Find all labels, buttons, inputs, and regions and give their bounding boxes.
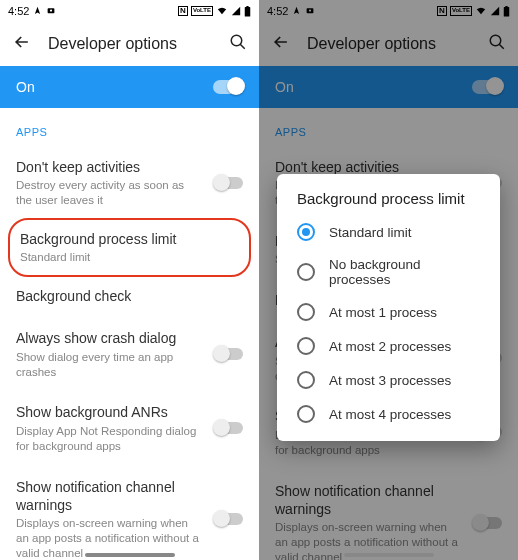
radio-label: At most 4 processes [329,407,451,422]
master-switch-label: On [16,79,35,95]
section-apps: APPS [0,108,259,146]
search-icon[interactable] [229,33,247,55]
svg-rect-3 [246,6,248,7]
toggle-on-icon[interactable] [213,80,243,94]
item-title: Show notification channel warnings [16,478,203,514]
page-title: Developer options [48,35,213,53]
item-always-show-crash[interactable]: Always show crash dialog Show dialog eve… [0,317,259,391]
item-subtitle: Destroy every activity as soon as the us… [16,178,203,208]
item-show-background-anrs[interactable]: Show background ANRs Display App Not Res… [0,391,259,465]
item-title: Background check [16,287,243,305]
highlight-ring: Background process limit Standard limit [8,218,251,277]
item-subtitle: Show dialog every time an app crashes [16,350,203,380]
wifi-icon [216,6,228,16]
radio-label: At most 1 process [329,305,437,320]
radio-label: At most 2 processes [329,339,451,354]
item-title: Always show crash dialog [16,329,203,347]
item-dont-keep-activities[interactable]: Don't keep activities Destroy every acti… [0,146,259,220]
volte-icon: VoLTE [191,6,213,15]
item-title: Don't keep activities [16,158,203,176]
radio-icon [297,303,315,321]
switch-off-icon[interactable] [215,348,243,360]
phone-left: 4:52 N VoLTE Developer options [0,0,259,560]
switch-off-icon[interactable] [215,513,243,525]
radio-standard-limit[interactable]: Standard limit [277,215,500,249]
battery-icon [244,6,251,17]
camera-icon [46,5,56,17]
item-subtitle: Standard limit [20,250,239,265]
item-subtitle: Display App Not Responding dialog for ba… [16,424,203,454]
radio-label: No background processes [329,257,480,287]
radio-at-most-3[interactable]: At most 3 processes [277,363,500,397]
item-background-check[interactable]: Background check [0,275,259,317]
signal-icon [231,6,241,16]
dialog-background-process-limit: Background process limit Standard limit … [277,174,500,441]
radio-label: At most 3 processes [329,373,451,388]
settings-list: APPS Don't keep activities Destroy every… [0,108,259,560]
switch-off-icon[interactable] [215,422,243,434]
radio-icon [297,263,315,281]
item-background-process-limit[interactable]: Background process limit Standard limit [20,230,239,265]
radio-selected-icon [297,223,315,241]
location-icon [33,5,42,17]
radio-icon [297,405,315,423]
radio-icon [297,337,315,355]
status-time: 4:52 [8,5,29,17]
nav-pill[interactable] [344,553,434,557]
item-title: Background process limit [20,230,239,248]
switch-off-icon[interactable] [215,177,243,189]
status-bar: 4:52 N VoLTE [0,0,259,22]
svg-point-4 [231,35,242,46]
item-notification-channel-warnings[interactable]: Show notification channel warnings Displ… [0,466,259,561]
radio-icon [297,371,315,389]
radio-at-most-2[interactable]: At most 2 processes [277,329,500,363]
svg-rect-2 [245,7,251,16]
nav-pill[interactable] [85,553,175,557]
radio-no-background[interactable]: No background processes [277,249,500,295]
app-bar: Developer options [0,22,259,66]
master-switch-row[interactable]: On [0,66,259,108]
radio-at-most-1[interactable]: At most 1 process [277,295,500,329]
item-title: Show background ANRs [16,403,203,421]
dialog-title: Background process limit [277,190,500,215]
radio-label: Standard limit [329,225,412,240]
back-icon[interactable] [12,32,32,56]
svg-point-1 [50,9,52,11]
radio-at-most-4[interactable]: At most 4 processes [277,397,500,431]
nfc-icon: N [178,6,188,16]
phone-right: 4:52 N VoLTE Developer options On [259,0,518,560]
